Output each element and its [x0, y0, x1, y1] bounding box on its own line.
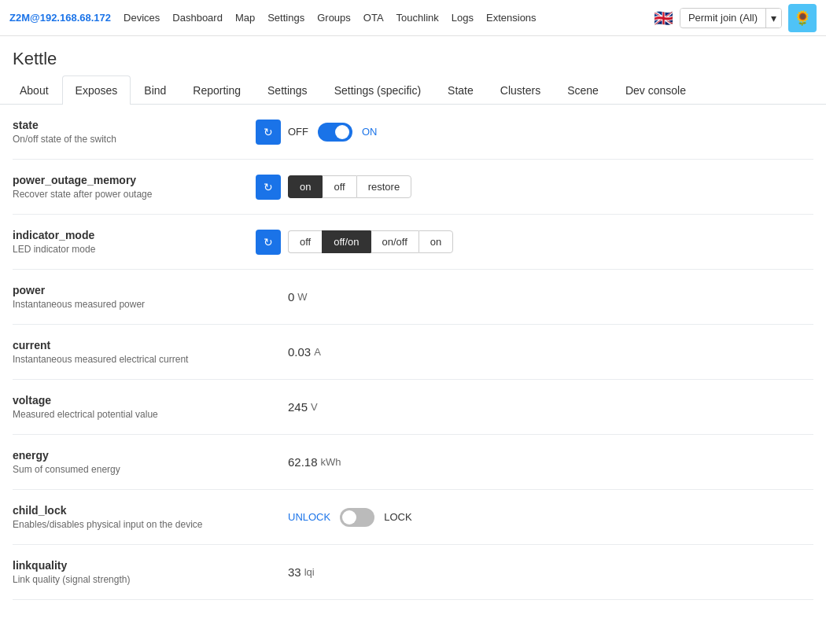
permit-join-button[interactable]: Permit join (All) ▾ [680, 8, 782, 28]
feature-row-state: stateOn/off state of the switch↻OFFON [13, 105, 813, 160]
toggle-switch-state[interactable] [318, 123, 352, 142]
feature-control-indicator_mode: offoff/onon/offon [288, 230, 813, 253]
feature-row-linkquality: linkqualityLink quality (signal strength… [13, 545, 813, 600]
nav-brand[interactable]: Z2M@192.168.68.172 [9, 12, 111, 24]
feature-desc-child_lock: Enables/disables physical input on the d… [13, 519, 249, 530]
tab-clusters[interactable]: Clusters [487, 75, 554, 105]
feature-row-energy: energySum of consumed energy62.18kWh [13, 435, 813, 490]
feature-desc-indicator_mode: LED indicator mode [13, 244, 249, 255]
tab-state[interactable]: State [434, 75, 487, 105]
feature-info-voltage: voltageMeasured electrical potential val… [13, 394, 249, 420]
feature-refresh-area-power_outage_memory: ↻ [249, 175, 288, 200]
nav-right: 🇬🇧 Permit join (All) ▾ 🌻 [654, 4, 817, 32]
nav-links: DevicesDashboardMapSettingsGroupsOTATouc… [124, 12, 537, 24]
sunflower-icon: 🌻 [794, 9, 811, 27]
flag-icon[interactable]: 🇬🇧 [654, 9, 673, 28]
tab-dev-console[interactable]: Dev console [612, 75, 699, 105]
tab-reporting[interactable]: Reporting [179, 75, 254, 105]
feature-name-energy: energy [13, 449, 249, 462]
feature-name-current: current [13, 339, 249, 351]
feature-info-power: powerInstantaneous measured power [13, 284, 249, 310]
btn-indicator_mode-off-on[interactable]: off/on [322, 230, 370, 253]
tab-settings--specific-[interactable]: Settings (specific) [321, 75, 434, 105]
refresh-button-power_outage_memory[interactable]: ↻ [256, 175, 281, 200]
refresh-button-state[interactable]: ↻ [256, 120, 281, 145]
feature-desc-energy: Sum of consumed energy [13, 464, 249, 475]
feature-control-current: 0.03A [288, 345, 813, 359]
feature-info-energy: energySum of consumed energy [13, 449, 249, 475]
btn-power_outage_memory-restore[interactable]: restore [356, 175, 411, 198]
nav-link-settings[interactable]: Settings [267, 12, 304, 24]
feature-name-voltage: voltage [13, 394, 249, 407]
nav-link-devices[interactable]: Devices [124, 12, 160, 24]
nav-link-groups[interactable]: Groups [317, 12, 351, 24]
unlock-label-child_lock: UNLOCK [288, 511, 330, 523]
feature-desc-voltage: Measured electrical potential value [13, 409, 249, 420]
off-label-state: OFF [288, 126, 308, 138]
feature-desc-power_outage_memory: Recover state after power outage [13, 189, 249, 200]
value-linkquality: 33 [288, 565, 301, 579]
tab-about[interactable]: About [6, 75, 62, 105]
button-group-power_outage_memory: onoffrestore [288, 175, 411, 198]
feature-name-linkquality: linkquality [13, 559, 249, 572]
tab-bind[interactable]: Bind [131, 75, 179, 105]
value-voltage: 245 [288, 400, 308, 414]
feature-info-power_outage_memory: power_outage_memoryRecover state after p… [13, 174, 249, 200]
btn-indicator_mode-off[interactable]: off [288, 230, 322, 253]
feature-refresh-area-state: ↻ [249, 120, 288, 145]
feature-info-indicator_mode: indicator_modeLED indicator mode [13, 229, 249, 255]
toggle-group-child_lock: UNLOCKLOCK [288, 508, 412, 527]
toggle-group-state: OFFON [288, 123, 378, 142]
feature-control-power: 0W [288, 290, 813, 304]
tabs: AboutExposesBindReportingSettingsSetting… [0, 75, 826, 105]
feature-info-state: stateOn/off state of the switch [13, 119, 249, 145]
feature-desc-current: Instantaneous measured electrical curren… [13, 354, 249, 365]
unit-current: A [314, 346, 321, 358]
top-nav: Z2M@192.168.68.172 DevicesDashboardMapSe… [0, 0, 826, 36]
feature-desc-state: On/off state of the switch [13, 134, 249, 145]
btn-power_outage_memory-off[interactable]: off [322, 175, 356, 198]
permit-join-label: Permit join (All) [680, 9, 765, 27]
lock-label-child_lock: LOCK [384, 511, 411, 523]
nav-link-ota[interactable]: OTA [363, 12, 384, 24]
page-title: Kettle [13, 49, 813, 69]
feature-control-child_lock: UNLOCKLOCK [288, 508, 813, 527]
feature-name-power_outage_memory: power_outage_memory [13, 174, 249, 186]
page-title-area: Kettle [0, 36, 826, 69]
feature-control-voltage: 245V [288, 400, 813, 414]
feature-row-voltage: voltageMeasured electrical potential val… [13, 380, 813, 435]
feature-control-linkquality: 33lqi [288, 565, 813, 579]
feature-control-energy: 62.18kWh [288, 455, 813, 469]
feature-desc-linkquality: Link quality (signal strength) [13, 574, 249, 585]
nav-link-touchlink[interactable]: Touchlink [396, 12, 439, 24]
nav-link-logs[interactable]: Logs [452, 12, 474, 24]
feature-name-indicator_mode: indicator_mode [13, 229, 249, 241]
btn-indicator_mode-on-off[interactable]: on/off [371, 230, 419, 253]
unit-voltage: V [311, 401, 318, 413]
nav-link-extensions[interactable]: Extensions [486, 12, 537, 24]
value-power: 0 [288, 290, 294, 304]
btn-power_outage_memory-on[interactable]: on [288, 175, 322, 198]
refresh-button-indicator_mode[interactable]: ↻ [256, 230, 281, 255]
feature-control-power_outage_memory: onoffrestore [288, 175, 813, 198]
child-lock-toggle-child_lock[interactable] [340, 508, 374, 527]
feature-name-power: power [13, 284, 249, 296]
nav-link-map[interactable]: Map [235, 12, 255, 24]
btn-indicator_mode-on[interactable]: on [419, 230, 453, 253]
feature-name-state: state [13, 119, 249, 131]
feature-info-current: currentInstantaneous measured electrical… [13, 339, 249, 365]
permit-join-arrow-icon[interactable]: ▾ [765, 9, 781, 28]
tab-scene[interactable]: Scene [554, 75, 612, 105]
feature-info-child_lock: child_lockEnables/disables physical inpu… [13, 504, 249, 530]
global-settings-button[interactable]: 🌻 [788, 4, 817, 32]
unit-power: W [297, 291, 307, 303]
feature-row-child_lock: child_lockEnables/disables physical inpu… [13, 490, 813, 545]
tab-exposes[interactable]: Exposes [62, 75, 131, 105]
nav-link-dashboard[interactable]: Dashboard [172, 12, 223, 24]
tab-settings[interactable]: Settings [254, 75, 321, 105]
feature-row-power: powerInstantaneous measured power0W [13, 270, 813, 325]
feature-row-power_outage_memory: power_outage_memoryRecover state after p… [13, 160, 813, 215]
main-content: stateOn/off state of the switch↻OFFONpow… [0, 105, 826, 600]
feature-refresh-area-indicator_mode: ↻ [249, 230, 288, 255]
value-current: 0.03 [288, 345, 311, 359]
